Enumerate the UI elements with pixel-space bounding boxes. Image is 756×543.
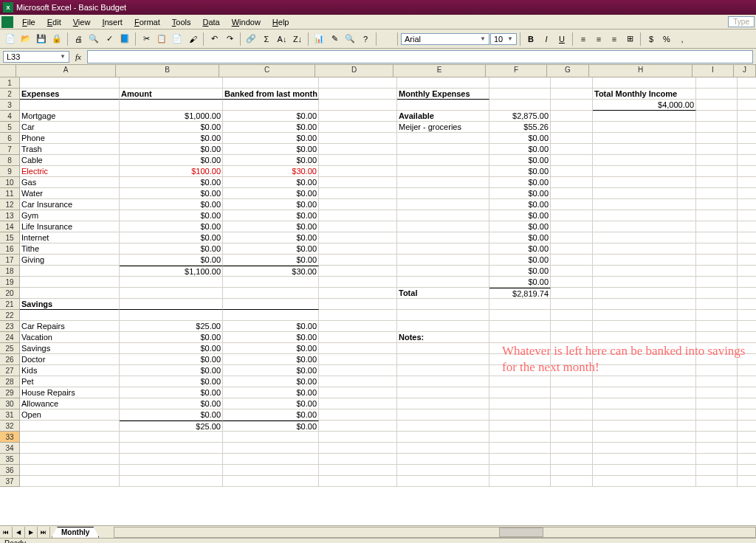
row-header-14[interactable]: 14	[0, 221, 20, 232]
app-menu-icon[interactable]	[1, 16, 13, 28]
tab-nav-last[interactable]: ⏭	[38, 527, 50, 538]
cell-I36[interactable]	[696, 465, 738, 476]
cell-J22[interactable]	[738, 310, 756, 321]
col-header-B[interactable]: B	[116, 65, 219, 77]
cell-J31[interactable]	[738, 409, 756, 421]
cell-H34[interactable]	[593, 443, 696, 454]
cell-B18[interactable]: $1,100.00	[120, 266, 223, 277]
cell-A31[interactable]: Open	[20, 409, 120, 421]
cell-C1[interactable]	[223, 77, 319, 89]
permission-button[interactable]: 🔒	[49, 32, 64, 46]
cell-D7[interactable]	[319, 144, 397, 155]
cell-I13[interactable]	[696, 210, 738, 221]
cell-F9[interactable]: $0.00	[489, 166, 551, 177]
col-header-E[interactable]: E	[394, 65, 486, 77]
cell-J34[interactable]	[738, 443, 756, 454]
cell-I21[interactable]	[696, 299, 738, 310]
cell-B25[interactable]: $0.00	[120, 343, 223, 354]
cell-C34[interactable]	[223, 443, 319, 454]
row-header-26[interactable]: 26	[0, 354, 20, 365]
cell-J16[interactable]	[738, 243, 756, 255]
cell-E32[interactable]	[397, 421, 489, 432]
research-button[interactable]: 📘	[117, 32, 132, 46]
cell-J35[interactable]	[738, 454, 756, 465]
save-button[interactable]: 💾	[34, 32, 49, 46]
cell-F30[interactable]	[489, 398, 551, 409]
cell-I11[interactable]	[696, 188, 738, 199]
paste-button[interactable]: 📄	[170, 32, 185, 46]
cell-A25[interactable]: Savings	[20, 343, 120, 354]
cell-E18[interactable]	[397, 266, 489, 277]
cell-H29[interactable]	[593, 387, 696, 398]
italic-button[interactable]: I	[539, 32, 554, 46]
menu-file[interactable]: File	[16, 16, 41, 28]
cell-B29[interactable]: $0.00	[120, 387, 223, 398]
cell-C23[interactable]: $0.00	[223, 321, 319, 332]
cell-B21[interactable]	[120, 299, 223, 310]
cell-B28[interactable]: $0.00	[120, 376, 223, 387]
cell-C7[interactable]: $0.00	[223, 144, 319, 155]
cell-D12[interactable]	[319, 199, 397, 210]
cell-H36[interactable]	[593, 465, 696, 476]
cell-B8[interactable]: $0.00	[120, 155, 223, 166]
cell-C10[interactable]: $0.00	[223, 177, 319, 188]
cell-A20[interactable]	[20, 288, 120, 299]
col-header-J[interactable]: J	[734, 65, 756, 77]
row-header-33[interactable]: 33	[0, 432, 20, 443]
cell-G18[interactable]	[551, 266, 593, 277]
cell-G28[interactable]	[551, 376, 593, 387]
copy-button[interactable]: 📋	[154, 32, 169, 46]
cell-H10[interactable]	[593, 177, 696, 188]
cell-J30[interactable]	[738, 398, 756, 409]
cell-B33[interactable]	[120, 432, 223, 443]
cell-J4[interactable]	[738, 111, 756, 122]
cell-D13[interactable]	[319, 210, 397, 221]
tab-nav-first[interactable]: ⏮	[0, 527, 13, 538]
cell-D10[interactable]	[319, 177, 397, 188]
cell-J33[interactable]	[738, 432, 756, 443]
cell-J6[interactable]	[738, 133, 756, 144]
sheet-tab-monthly[interactable]: Monthly	[52, 527, 99, 538]
cell-G7[interactable]	[551, 144, 593, 155]
cell-G6[interactable]	[551, 133, 593, 144]
cell-I7[interactable]	[696, 144, 738, 155]
cell-F18[interactable]: $0.00	[489, 266, 551, 277]
cell-I32[interactable]	[696, 421, 738, 432]
cell-G29[interactable]	[551, 387, 593, 398]
font-size-select[interactable]: 10▼	[490, 33, 517, 45]
cell-F37[interactable]	[489, 476, 551, 487]
sort-asc-button[interactable]: A↓	[275, 32, 289, 46]
cell-F3[interactable]	[489, 100, 551, 111]
cell-I34[interactable]	[696, 443, 738, 454]
cell-F2[interactable]	[489, 89, 551, 100]
cell-G10[interactable]	[551, 177, 593, 188]
formula-bar[interactable]	[87, 50, 753, 63]
cell-F5[interactable]: $55.26	[489, 122, 551, 133]
cell-A12[interactable]: Car Insurance	[20, 199, 120, 210]
cell-J13[interactable]	[738, 210, 756, 221]
cell-B31[interactable]: $0.00	[120, 409, 223, 421]
cell-H23[interactable]	[593, 321, 696, 332]
cell-J15[interactable]	[738, 232, 756, 243]
zoom-button[interactable]: 🔍	[343, 32, 357, 46]
cell-C4[interactable]: $0.00	[223, 111, 319, 122]
col-header-C[interactable]: C	[219, 65, 315, 77]
cell-D5[interactable]	[319, 122, 397, 133]
cell-A15[interactable]: Internet	[20, 232, 120, 243]
cell-I37[interactable]	[696, 476, 738, 487]
cell-J1[interactable]	[738, 77, 756, 89]
cell-F15[interactable]: $0.00	[489, 232, 551, 243]
cell-A37[interactable]	[20, 476, 120, 487]
cell-G19[interactable]	[551, 277, 593, 288]
cell-I28[interactable]	[696, 376, 738, 387]
cell-E35[interactable]	[397, 454, 489, 465]
col-header-H[interactable]: H	[589, 65, 693, 77]
cell-H11[interactable]	[593, 188, 696, 199]
cell-H20[interactable]	[593, 288, 696, 299]
cell-C18[interactable]: $30.00	[223, 266, 319, 277]
cell-G15[interactable]	[551, 232, 593, 243]
cell-J36[interactable]	[738, 465, 756, 476]
percent-button[interactable]: %	[659, 32, 674, 46]
cell-I19[interactable]	[696, 277, 738, 288]
cell-D37[interactable]	[319, 476, 397, 487]
